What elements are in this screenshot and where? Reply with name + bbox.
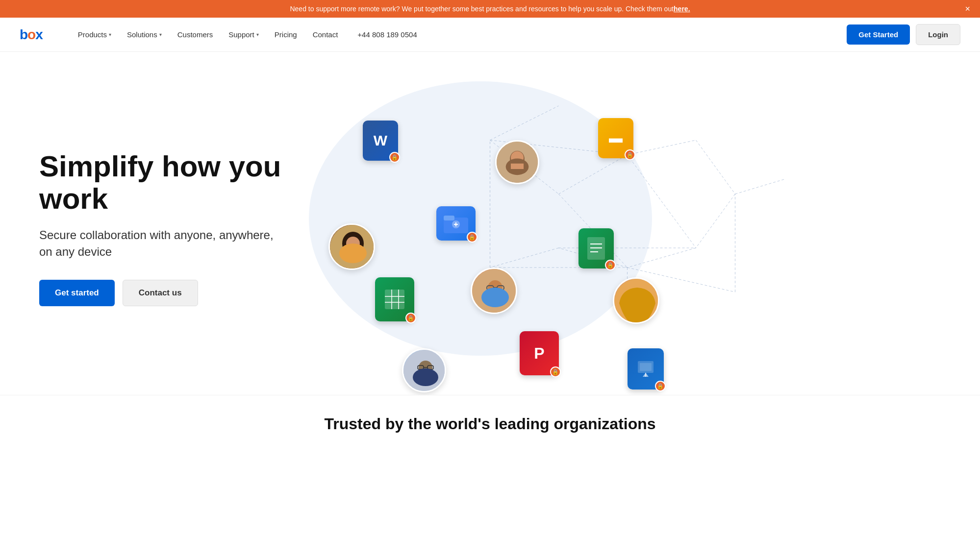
folder-icon: 🔒 [436, 206, 476, 241]
avatar-face-1 [497, 140, 538, 184]
sheets-svg [384, 289, 405, 310]
nav-links: Products ▾ Solutions ▾ Customers Support… [72, 26, 847, 43]
svg-point-28 [339, 243, 367, 263]
avatar-node-5 [613, 277, 659, 324]
lock-badge-sheets: 🔒 [405, 313, 416, 323]
hero-get-started-button[interactable]: Get started [39, 280, 115, 306]
banner-link[interactable]: here. [674, 5, 690, 13]
svg-rect-58 [640, 363, 652, 371]
login-button[interactable]: Login [916, 24, 960, 45]
gdoc-file-icon: 🔒 [578, 228, 614, 268]
nav-item-pricing[interactable]: Pricing [269, 26, 303, 43]
svg-line-18 [735, 179, 784, 194]
get-started-button[interactable]: Get Started [847, 24, 910, 45]
hero-contact-button[interactable]: Contact us [123, 280, 198, 306]
navbar: box Products ▾ Solutions ▾ Customers Sup… [0, 18, 980, 52]
nav-item-products[interactable]: Products ▾ [72, 26, 117, 43]
word-file-icon: W 🔒 [363, 121, 398, 161]
chevron-down-icon: ▾ [159, 32, 162, 37]
avatar-node-4 [402, 348, 446, 392]
nav-item-contact[interactable]: Contact [307, 26, 344, 43]
avatar-face-4 [403, 350, 446, 392]
hero-content: Simplify how you work Secure collaborati… [39, 150, 284, 306]
nav-item-customers[interactable]: Customers [172, 26, 219, 43]
trusted-section: Trusted by the world's leading organizat… [0, 395, 980, 443]
svg-point-44 [481, 288, 509, 307]
hero-title: Simplify how you work [39, 150, 284, 215]
banner-text: Need to support more remote work? We put… [290, 5, 674, 13]
trusted-title: Trusted by the world's leading organizat… [39, 415, 941, 433]
avatar-node-3 [471, 268, 517, 314]
nav-item-support[interactable]: Support ▾ [223, 26, 265, 43]
blue-pres-file-icon: 🔒 [628, 348, 664, 390]
lock-badge-word: 🔒 [389, 152, 400, 163]
lock-badge-gdoc: 🔒 [605, 260, 616, 270]
avatar-face-5 [614, 279, 659, 324]
svg-point-54 [413, 368, 438, 386]
nav-actions: Get Started Login [847, 24, 960, 45]
gdoc-svg [586, 236, 606, 261]
svg-rect-30 [444, 216, 454, 220]
bpres-svg [636, 359, 655, 379]
slides-file-icon: ▬ 🔒 [598, 118, 633, 158]
svg-rect-34 [385, 290, 404, 309]
avatar-face-3 [472, 269, 517, 314]
lock-badge-ppt: 🔒 [550, 366, 561, 377]
chevron-down-icon: ▾ [256, 32, 259, 37]
lock-badge-bpres: 🔒 [655, 381, 666, 391]
lock-badge-slides: 🔒 [625, 149, 635, 160]
announcement-banner: Need to support more remote work? We put… [0, 0, 980, 18]
svg-line-2 [628, 140, 696, 155]
powerpoint-file-icon: P 🔒 [520, 331, 559, 375]
hero-subtitle: Secure collaboration with anyone, anywhe… [39, 227, 284, 260]
hero-section: Simplify how you work Secure collaborati… [0, 52, 980, 395]
svg-rect-23 [511, 164, 524, 169]
nav-item-solutions[interactable]: Solutions ▾ [121, 26, 168, 43]
hero-graphic: .net-line { stroke: #A0B4D0; stroke-widt… [284, 81, 941, 375]
sheets-file-icon: 🔒 [375, 277, 414, 321]
logo[interactable]: box [20, 27, 43, 43]
avatar-face-2 [330, 225, 375, 270]
phone-number[interactable]: +44 808 189 0504 [357, 30, 417, 39]
svg-line-4 [696, 194, 735, 248]
hero-buttons: Get started Contact us [39, 280, 284, 306]
lock-badge-folder: 🔒 [467, 232, 477, 243]
chevron-down-icon: ▾ [109, 32, 111, 37]
avatar-node-1 [495, 140, 539, 184]
banner-close-button[interactable]: × [965, 4, 970, 13]
svg-line-3 [696, 140, 735, 194]
folder-svg [444, 214, 468, 233]
avatar-node-2 [328, 223, 375, 270]
